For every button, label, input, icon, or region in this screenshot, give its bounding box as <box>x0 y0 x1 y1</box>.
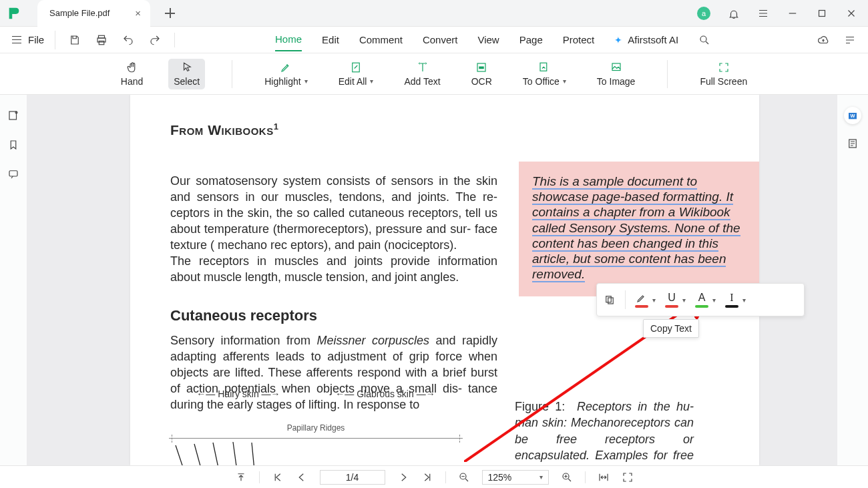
bookmark-icon[interactable] <box>7 139 19 151</box>
menu-protect[interactable]: Protect <box>563 29 595 51</box>
text-color-black-button[interactable]: I ▾ <box>725 292 746 308</box>
last-page-button[interactable] <box>421 471 433 483</box>
chevron-down-icon: ▾ <box>563 77 566 85</box>
sparkle-icon: ✦ <box>614 29 622 51</box>
menu-convert[interactable]: Convert <box>423 29 458 51</box>
document-viewport[interactable]: From Wikibooks1 Our somatosensory system… <box>27 95 837 465</box>
next-page-button[interactable] <box>397 471 409 483</box>
ribbon-add-text[interactable]: Add Text <box>399 59 445 89</box>
fit-page-icon[interactable] <box>622 471 634 483</box>
menu-home[interactable]: Home <box>275 28 302 51</box>
svg-rect-3 <box>99 41 104 44</box>
strikethrough-green-button[interactable]: A ▾ <box>695 292 716 308</box>
copy-button[interactable] <box>604 294 616 306</box>
svg-rect-12 <box>9 171 17 176</box>
copy-icon <box>604 294 616 306</box>
chevron-down-icon: ▾ <box>539 473 543 481</box>
highlight-red-button[interactable]: ▾ <box>635 292 656 308</box>
fullscreen-icon <box>718 61 730 73</box>
status-bar: 1/4 125%▾ <box>0 465 868 488</box>
svg-rect-0 <box>819 10 825 16</box>
zoom-in-button[interactable] <box>561 471 573 483</box>
ribbon-to-office[interactable]: To Office▾ <box>517 59 572 89</box>
underline-icon: U <box>668 292 676 304</box>
titlebar: Sample File.pdf × a <box>0 0 868 27</box>
user-avatar[interactable]: a <box>697 7 710 20</box>
ribbon-full-screen[interactable]: Full Screen <box>694 59 752 89</box>
window-maximize-button[interactable] <box>816 7 828 19</box>
hamburger-icon <box>12 36 21 44</box>
left-side-rail <box>0 95 27 465</box>
new-tab-button[interactable] <box>165 8 175 18</box>
word-export-badge[interactable]: W <box>844 107 861 124</box>
ribbon-edit-all[interactable]: Edit All▾ <box>333 59 379 89</box>
first-page-vertical-icon[interactable] <box>235 471 247 483</box>
add-text-icon <box>417 61 429 73</box>
hamburger-menu-icon[interactable] <box>757 7 769 19</box>
chevron-down-icon: ▾ <box>652 296 656 304</box>
svg-rect-9 <box>612 63 620 71</box>
ocr-icon <box>475 61 487 73</box>
bell-icon[interactable] <box>728 7 740 19</box>
document-tab[interactable]: Sample File.pdf × <box>37 0 150 27</box>
svg-point-4 <box>700 36 706 42</box>
print-icon[interactable] <box>95 34 107 46</box>
cloud-upload-icon[interactable] <box>817 34 829 46</box>
fit-width-icon[interactable] <box>598 471 610 483</box>
menubar: File Home Edit Comment Convert View Page… <box>0 27 868 53</box>
chevron-down-icon: ▾ <box>712 296 716 304</box>
body-text-column: Our somatosensory system consists of sen… <box>170 174 497 413</box>
ribbon-hand[interactable]: Hand <box>116 59 148 89</box>
redo-icon[interactable] <box>149 34 161 46</box>
page-number-field[interactable]: 1/4 <box>320 470 385 485</box>
highlighter-icon <box>636 292 648 304</box>
strikethrough-icon: A <box>698 292 706 304</box>
window-minimize-button[interactable] <box>787 7 799 19</box>
menu-comment[interactable]: Comment <box>359 29 403 51</box>
svg-text:W: W <box>851 113 855 119</box>
menu-ai[interactable]: ✦Afirstsoft AI <box>614 23 678 56</box>
selected-text-block[interactable]: This is a sample document to showcase pa… <box>519 162 759 296</box>
chevron-down-icon: ▾ <box>304 77 308 85</box>
menu-page[interactable]: Page <box>519 29 543 51</box>
zoom-out-button[interactable] <box>458 471 470 483</box>
zoom-select[interactable]: 125%▾ <box>482 470 549 485</box>
first-page-button[interactable] <box>272 471 284 483</box>
window-close-button[interactable] <box>845 7 857 19</box>
chevron-down-icon: ▾ <box>742 296 746 304</box>
file-menu-button[interactable]: File <box>0 27 55 53</box>
figure-caption: Figure 1: Receptors in the hu- man skin:… <box>515 399 694 465</box>
text-caret-icon: I <box>730 292 733 304</box>
workspace: From Wikibooks1 Our somatosensory system… <box>0 95 868 465</box>
chevron-down-icon: ▾ <box>682 296 686 304</box>
svg-rect-13 <box>606 296 612 302</box>
tab-close-button[interactable]: × <box>135 7 141 19</box>
prev-page-button[interactable] <box>296 471 308 483</box>
ribbon: Hand Select Highlight▾ Edit All▾ Add Tex… <box>0 53 868 95</box>
menu-edit[interactable]: Edit <box>322 29 339 51</box>
ribbon-to-image[interactable]: To Image <box>592 59 641 89</box>
page-heading: From Wikibooks1 <box>170 121 728 139</box>
properties-panel-icon[interactable] <box>847 138 859 150</box>
edit-page-icon <box>350 61 362 73</box>
comments-panel-icon[interactable] <box>7 168 19 180</box>
underline-red-button[interactable]: U ▾ <box>665 292 686 308</box>
to-image-icon <box>610 61 622 73</box>
right-side-rail: W <box>837 95 868 465</box>
selection-mini-toolbar: ▾ U ▾ A ▾ I ▾ <box>596 283 805 316</box>
thumbnails-icon[interactable] <box>7 109 19 121</box>
undo-icon[interactable] <box>122 34 134 46</box>
svg-rect-14 <box>608 298 614 304</box>
ribbon-ocr[interactable]: OCR <box>466 59 497 89</box>
pdf-page: From Wikibooks1 Our somatosensory system… <box>130 95 759 465</box>
tab-title: Sample File.pdf <box>49 8 110 18</box>
menu-view[interactable]: View <box>477 29 499 51</box>
cursor-icon <box>181 61 193 73</box>
copy-text-tooltip[interactable]: Copy Text <box>643 319 699 338</box>
ribbon-highlight[interactable]: Highlight▾ <box>259 59 312 89</box>
search-icon[interactable] <box>698 34 710 46</box>
ribbon-select[interactable]: Select <box>168 59 205 89</box>
subheading: Cutaneous receptors <box>170 306 497 325</box>
save-icon[interactable] <box>69 34 81 46</box>
collapse-ribbon-icon[interactable] <box>844 34 856 46</box>
